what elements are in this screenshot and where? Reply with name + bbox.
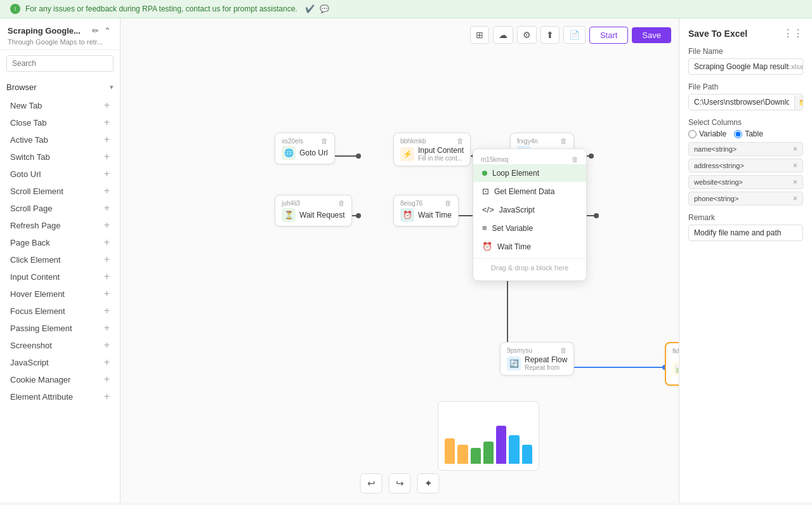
tag-remove-icon[interactable]: × xyxy=(793,194,797,203)
add-icon[interactable]: + xyxy=(104,340,110,350)
save-button[interactable]: Save xyxy=(632,27,671,43)
ctx-javascript[interactable]: </> JavaScript xyxy=(473,200,586,219)
start-button[interactable]: Start xyxy=(589,27,628,44)
sidebar-item-scroll-page[interactable]: Scroll Page+ xyxy=(3,200,117,216)
favorite-button[interactable]: ✦ xyxy=(417,473,440,494)
sidebar-item-scroll-element[interactable]: Scroll Element+ xyxy=(3,183,117,199)
edit-project-button[interactable]: ✏ xyxy=(91,25,100,37)
sidebar-item-passing-element[interactable]: Passing Element+ xyxy=(3,320,117,336)
sidebar-item-page-back[interactable]: Page Back+ xyxy=(3,234,117,251)
add-icon[interactable]: + xyxy=(104,374,110,384)
ctx-get-element-data[interactable]: ⊡ Get Element Data xyxy=(473,182,586,200)
sidebar-item-javascript[interactable]: JavaScript+ xyxy=(3,354,117,371)
node-icon-globe: 🌐 xyxy=(282,146,296,160)
sidebar-item-click-element[interactable]: Click Element+ xyxy=(3,251,117,268)
node-wait-request[interactable]: juh4li3 🗑 ⏳ Wait Request xyxy=(275,195,352,226)
add-icon[interactable]: + xyxy=(104,357,110,367)
sidebar-item-new-tab[interactable]: New Tab+ xyxy=(3,97,117,114)
node-goto-url[interactable]: xs20els 🗑 🌐 Goto Url xyxy=(275,133,335,164)
node-icon-input: ⚡ xyxy=(400,147,414,161)
ctx-wait-time[interactable]: ⏰ Wait Time xyxy=(473,237,586,256)
remark-input[interactable] xyxy=(688,225,803,241)
sidebar-item-hover-element[interactable]: Hover Element+ xyxy=(3,285,117,302)
grid-view-button[interactable]: ⊞ xyxy=(470,26,489,44)
sidebar-item-switch-tab[interactable]: Switch Tab+ xyxy=(3,148,117,165)
add-icon[interactable]: + xyxy=(104,186,110,196)
sidebar-item-screenshot[interactable]: Screenshot+ xyxy=(3,337,117,353)
add-icon[interactable]: + xyxy=(104,289,110,299)
delete-node-icon[interactable]: 🗑 xyxy=(445,199,452,207)
ctx-loop-element[interactable]: Loop Element xyxy=(473,164,586,182)
tag-remove-icon[interactable]: × xyxy=(793,161,797,170)
sidebar-item-close-tab[interactable]: Close Tab+ xyxy=(3,114,117,131)
context-node-id: m15kmxq xyxy=(481,156,508,163)
node-id: xs20els xyxy=(282,138,303,145)
redo-button[interactable]: ↪ xyxy=(389,473,411,494)
sidebar-item-element-attribute[interactable]: Element Attribute+ xyxy=(3,388,117,405)
radio-variable[interactable] xyxy=(688,130,697,138)
collapse-sidebar-button[interactable]: ⌃ xyxy=(103,25,112,37)
settings-button[interactable]: ⚙ xyxy=(517,26,537,44)
node-icon-waittime: ⏰ xyxy=(400,208,414,222)
ctx-set-variable[interactable]: ≡ Set Variable xyxy=(473,219,586,237)
panel-more-icon[interactable]: ⋮⋮ xyxy=(783,27,803,39)
tag-remove-icon[interactable]: × xyxy=(793,145,797,154)
sidebar-item-input-content[interactable]: Input Content+ xyxy=(3,268,117,285)
delete-node-icon[interactable]: 🗑 xyxy=(457,137,464,145)
delete-node-icon[interactable]: 🗑 xyxy=(338,199,345,207)
radio-table-text: Table xyxy=(745,129,763,138)
save-cloud-button[interactable]: ☁ xyxy=(493,26,513,44)
sidebar-item-goto-url[interactable]: Goto Url+ xyxy=(3,166,117,182)
radio-variable-label[interactable]: Variable xyxy=(688,129,726,138)
top-banner: ! For any issues or feedback during RPA … xyxy=(0,0,812,18)
node-id: frxgy4n xyxy=(517,138,538,145)
add-icon[interactable]: + xyxy=(104,100,110,110)
add-icon[interactable]: + xyxy=(104,237,110,247)
delete-node-icon[interactable]: 🗑 xyxy=(560,137,567,145)
tag-remove-icon[interactable]: × xyxy=(793,178,797,187)
document-button[interactable]: 📄 xyxy=(563,26,586,44)
sidebar-item-focus-element[interactable]: Focus Element+ xyxy=(3,303,117,319)
add-icon[interactable]: + xyxy=(104,169,110,179)
canvas-area: ⊞ ☁ ⚙ ⬆ 📄 Start Save xyxy=(121,18,679,502)
browser-section-label: Browser xyxy=(6,82,37,92)
node-wait-time[interactable]: 8eisg76 🗑 ⏰ Wait Time xyxy=(393,195,459,226)
delete-node-icon[interactable]: 🗑 xyxy=(321,137,328,145)
radio-table[interactable] xyxy=(734,130,742,138)
file-name-input[interactable] xyxy=(694,62,789,71)
upload-button[interactable]: ⬆ xyxy=(540,26,560,44)
add-icon[interactable]: + xyxy=(104,152,110,162)
undo-button[interactable]: ↩ xyxy=(360,473,383,494)
sidebar-item-refresh-page[interactable]: Refresh Page+ xyxy=(3,217,117,233)
node-repeat-flow[interactable]: 9psmysu 🗑 🔄 Repeat Flow Repeat from xyxy=(500,342,574,376)
add-icon[interactable]: + xyxy=(104,134,110,145)
add-icon[interactable]: + xyxy=(104,220,110,230)
sidebar-item-active-tab[interactable]: Active Tab+ xyxy=(3,131,117,148)
node-input-content[interactable]: bbhkmkb 🗑 ⚡ Input Content Fill in the co… xyxy=(393,133,471,166)
add-icon[interactable]: + xyxy=(104,306,110,316)
node-save-to-excel[interactable]: fkhu9oe 🗑 📊 Save To Excel Modify file na… xyxy=(665,342,679,386)
sidebar-item-cookie-manager[interactable]: Cookie Manager+ xyxy=(3,371,117,388)
search-input[interactable] xyxy=(6,55,114,72)
add-icon[interactable]: + xyxy=(104,117,110,128)
add-icon[interactable]: + xyxy=(104,272,110,282)
right-panel: Save To Excel ⋮⋮ File Name .xlsx File Pa… xyxy=(679,18,812,502)
node-label: Input Content xyxy=(418,146,464,155)
context-delete-icon[interactable]: 🗑 xyxy=(572,155,579,163)
file-path-input[interactable] xyxy=(689,95,794,110)
add-icon[interactable]: + xyxy=(104,254,110,265)
browser-section-header[interactable]: Browser ▾ xyxy=(6,79,114,95)
file-suffix: .xlsx xyxy=(789,63,803,70)
add-icon[interactable]: + xyxy=(104,391,110,402)
add-icon[interactable]: + xyxy=(104,203,110,213)
chart-bar xyxy=(445,438,455,464)
file-name-input-row: .xlsx xyxy=(688,58,803,75)
chart-bar xyxy=(471,448,481,464)
node-label: Wait Time xyxy=(418,211,452,220)
context-menu: m15kmxq 🗑 Loop Element ⊡ Get Element Dat… xyxy=(473,148,587,281)
ctx-footer: Drag & drop a block here xyxy=(473,258,586,277)
delete-node-icon[interactable]: 🗑 xyxy=(560,346,567,354)
radio-table-label[interactable]: Table xyxy=(734,129,763,138)
remark-label: Remark xyxy=(688,213,803,222)
add-icon[interactable]: + xyxy=(104,323,110,333)
